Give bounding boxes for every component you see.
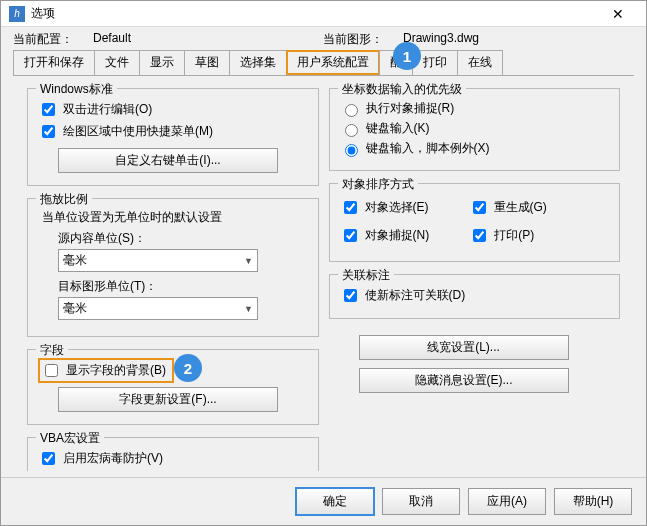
tab-files[interactable]: 文件 <box>94 50 140 75</box>
profile-row: 当前配置： Default 当前图形： Drawing3.dwg <box>1 27 646 50</box>
select-target-units[interactable]: 毫米▼ <box>58 297 258 320</box>
group-title: 坐标数据输入的优先级 <box>338 81 466 98</box>
group-title: 字段 <box>36 342 68 359</box>
current-profile-label: 当前配置： <box>13 31 93 48</box>
annotation-badge-2: 2 <box>174 354 202 382</box>
group-title: VBA宏设置 <box>36 430 104 447</box>
chevron-down-icon: ▼ <box>244 256 253 266</box>
cancel-button[interactable]: 取消 <box>382 488 460 515</box>
target-units-label: 目标图形单位(T)： <box>58 278 308 295</box>
annotation-badge-1: 1 <box>393 42 421 70</box>
group-title: Windows标准 <box>36 81 117 98</box>
checkbox-print[interactable]: 打印(P) <box>469 226 534 245</box>
group-object-sort: 对象排序方式 对象选择(E) 重生成(G) 对象捕捉(N) 打印(P) <box>329 183 621 262</box>
tab-content: Windows标准 双击进行编辑(O) 绘图区域中使用快捷菜单(M) 自定义右键… <box>13 75 634 477</box>
source-units-label: 源内容单位(S)： <box>58 230 308 247</box>
scale-note: 当单位设置为无单位时的默认设置 <box>42 209 308 226</box>
button-custom-rightclick[interactable]: 自定义右键单击(I)... <box>58 148 278 173</box>
checkbox-regen[interactable]: 重生成(G) <box>469 198 547 217</box>
checkbox-field-background[interactable]: 显示字段的背景(B) <box>41 361 166 380</box>
radio-osnap[interactable]: 执行对象捕捉(R) <box>340 100 610 117</box>
left-column: Windows标准 双击进行编辑(O) 绘图区域中使用快捷菜单(M) 自定义右键… <box>27 82 319 471</box>
highlight-field-bg: 显示字段的背景(B) 2 <box>38 358 174 383</box>
tab-open-save[interactable]: 打开和保存 <box>13 50 95 75</box>
dialog-footer: 确定 取消 应用(A) 帮助(H) <box>1 477 646 525</box>
button-lineweight[interactable]: 线宽设置(L)... <box>359 335 569 360</box>
close-icon[interactable]: ✕ <box>598 6 638 22</box>
radio-keyboard-except[interactable]: 键盘输入，脚本例外(X) <box>340 140 610 157</box>
tab-selection[interactable]: 选择集 <box>229 50 287 75</box>
checkbox-macro-virus[interactable]: 启用宏病毒防护(V) <box>38 449 308 468</box>
ok-button[interactable]: 确定 <box>296 488 374 515</box>
window-title: 选项 <box>31 5 598 22</box>
group-field: 字段 显示字段的背景(B) 2 字段更新设置(F)... <box>27 349 319 425</box>
radio-keyboard[interactable]: 键盘输入(K) <box>340 120 610 137</box>
select-source-units[interactable]: 毫米▼ <box>58 249 258 272</box>
checkbox-obj-snap[interactable]: 对象捕捉(N) <box>340 226 430 245</box>
tab-bar: 打开和保存 文件 显示 草图 选择集 用户系统配置 配 打印 在线 1 <box>1 50 646 75</box>
group-assoc-dim: 关联标注 使新标注可关联(D) <box>329 274 621 319</box>
help-button[interactable]: 帮助(H) <box>554 488 632 515</box>
right-column: 坐标数据输入的优先级 执行对象捕捉(R) 键盘输入(K) 键盘输入，脚本例外(X… <box>329 82 621 471</box>
checkbox-shortcut-menu[interactable]: 绘图区域中使用快捷菜单(M) <box>38 122 308 141</box>
checkbox-dblclick-edit[interactable]: 双击进行编辑(O) <box>38 100 308 119</box>
current-drawing-label: 当前图形： <box>323 31 403 48</box>
button-field-update[interactable]: 字段更新设置(F)... <box>58 387 278 412</box>
checkbox-assoc-dim[interactable]: 使新标注可关联(D) <box>340 286 610 305</box>
checkbox-obj-select[interactable]: 对象选择(E) <box>340 198 429 217</box>
button-hidden-msg[interactable]: 隐藏消息设置(E)... <box>359 368 569 393</box>
tab-user-prefs[interactable]: 用户系统配置 <box>286 50 380 75</box>
titlebar: h 选项 ✕ <box>1 1 646 27</box>
options-dialog: h 选项 ✕ 当前配置： Default 当前图形： Drawing3.dwg … <box>0 0 647 526</box>
tab-display[interactable]: 显示 <box>139 50 185 75</box>
group-title: 关联标注 <box>338 267 394 284</box>
apply-button[interactable]: 应用(A) <box>468 488 546 515</box>
tab-online[interactable]: 在线 <box>457 50 503 75</box>
group-title: 对象排序方式 <box>338 176 418 193</box>
current-drawing-value: Drawing3.dwg <box>403 31 573 48</box>
group-windows-standard: Windows标准 双击进行编辑(O) 绘图区域中使用快捷菜单(M) 自定义右键… <box>27 88 319 186</box>
current-profile-value: Default <box>93 31 263 48</box>
tab-draft[interactable]: 草图 <box>184 50 230 75</box>
chevron-down-icon: ▼ <box>244 304 253 314</box>
group-drag-scale: 拖放比例 当单位设置为无单位时的默认设置 源内容单位(S)： 毫米▼ 目标图形单… <box>27 198 319 337</box>
group-vba: VBA宏设置 启用宏病毒防护(V) <box>27 437 319 471</box>
app-icon: h <box>9 6 25 22</box>
group-title: 拖放比例 <box>36 191 92 208</box>
group-coord-priority: 坐标数据输入的优先级 执行对象捕捉(R) 键盘输入(K) 键盘输入，脚本例外(X… <box>329 88 621 171</box>
